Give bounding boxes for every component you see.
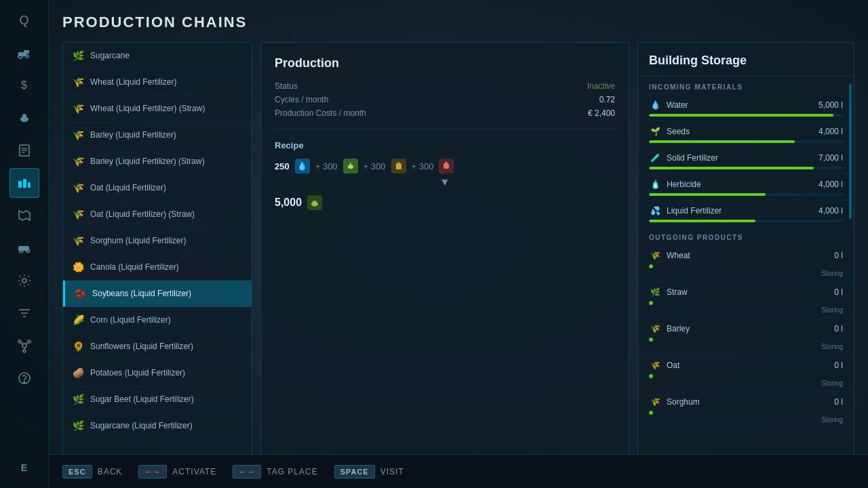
incoming-item-4: 💦 Liquid Fertilizer 4,000 l [638, 201, 854, 227]
storage-title: Building Storage [638, 43, 854, 77]
sidebar-icon-production[interactable] [9, 168, 39, 198]
status-label: Status [275, 81, 298, 91]
storage-panel[interactable]: Building Storage INCOMING MATERIALS 💧 Wa… [637, 42, 854, 474]
svg-point-30 [348, 165, 353, 169]
key-badge-0: ESC [62, 465, 92, 479]
svg-line-26 [26, 342, 28, 344]
input-amount-1: 250 [275, 161, 290, 171]
chain-item-1[interactable]: 🌿 Sugarcane [63, 43, 252, 69]
svg-rect-10 [18, 181, 22, 188]
network-icon [17, 338, 32, 353]
status-value: Inactive [587, 81, 615, 91]
incoming-item-name-3: 🧴 Herbicide [649, 178, 701, 190]
sidebar-icon-help[interactable] [9, 363, 39, 393]
key-button-3[interactable]: SPACE VISIT [334, 465, 404, 479]
chain-item-10[interactable]: 🫘 Soybeans (Liquid Fertilizer) [63, 281, 252, 307]
section-divider [275, 129, 615, 129]
plus-1: + 300 [315, 161, 338, 171]
chain-item-7[interactable]: 🌾 Oat (Liquid Fertilizer) (Straw) [63, 201, 252, 228]
main-content: PRODUCTION CHAINS 🌿 Sugarcane 🌾 Wheat (L… [49, 0, 868, 488]
svg-rect-12 [28, 182, 31, 188]
svg-rect-3 [24, 50, 29, 54]
incoming-bar-container-4 [649, 220, 843, 222]
sidebar-icon-settings[interactable] [9, 266, 39, 296]
outgoing-item-amount-1: 0 l [834, 287, 843, 297]
svg-point-24 [23, 350, 26, 352]
chain-name-4: Barley (Liquid Fertilizer) [90, 130, 176, 140]
incoming-bar-container-0 [649, 114, 843, 117]
chains-panel[interactable]: 🌿 Sugarcane 🌾 Wheat (Liquid Fertilizer) … [62, 42, 252, 474]
chain-name-1: Sugarcane [90, 51, 130, 60]
chain-item-9[interactable]: 🌼 Canola (Liquid Fertilizer) [63, 254, 252, 281]
chevron-down-icon: ▼ [275, 176, 615, 188]
animals-icon [17, 110, 32, 125]
outgoing-item-header-0: 🌾 Wheat 0 l [649, 249, 843, 262]
incoming-item-amount-1: 4,000 l [818, 127, 843, 136]
sidebar-icon-filters[interactable] [9, 298, 39, 328]
incoming-item-icon-2: 🧪 [649, 152, 661, 164]
incoming-bar-container-2 [649, 167, 843, 169]
key-button-0[interactable]: ESC BACK [62, 465, 122, 479]
chain-name-3: Wheat (Liquid Fertilizer) (Straw) [90, 104, 205, 113]
outgoing-item-header-2: 🌾 Barley 0 l [649, 323, 843, 335]
chain-name-11: Corn (Liquid Fertilizer) [90, 315, 171, 325]
recipe-section: Recipe 250 💧 + 300 + 300 + 300 [275, 140, 615, 210]
incoming-item-0: 💧 Water 5,000 l [638, 95, 854, 121]
fertilizer-icon [391, 159, 406, 174]
incoming-items-container: 💧 Water 5,000 l 🌱 Seeds 4,000 l 🧪 Solid … [638, 95, 854, 227]
sidebar-icon-network[interactable] [9, 331, 39, 361]
chain-icon-6: 🌾 [71, 181, 85, 195]
costs-value: € 2,400 [588, 108, 615, 118]
e-icon: E [21, 462, 27, 473]
chain-item-11[interactable]: 🌽 Corn (Liquid Fertilizer) [63, 307, 252, 333]
key-label-3: VISIT [380, 467, 404, 476]
chain-item-3[interactable]: 🌾 Wheat (Liquid Fertilizer) (Straw) [63, 96, 252, 122]
vehicle-icon [17, 241, 32, 256]
chain-item-13[interactable]: 🥔 Potatoes (Liquid Fertilizer) [63, 360, 252, 386]
output-amount: 5,000 [275, 197, 302, 209]
key-button-1[interactable]: ←→ ACTIVATE [138, 465, 216, 479]
outgoing-item-4: 🌾 Sorghum 0 l Storing [638, 392, 854, 428]
svg-point-5 [22, 114, 26, 118]
outgoing-item-name-4: 🌾 Sorghum [649, 396, 700, 408]
incoming-item-3: 🧴 Herbicide 4,000 l [638, 174, 854, 201]
key-badge-3: SPACE [334, 465, 375, 479]
chain-item-4[interactable]: 🌾 Barley (Liquid Fertilizer) [63, 122, 252, 148]
sidebar-icon-dollar[interactable]: $ [9, 70, 39, 100]
incoming-item-header-2: 🧪 Solid Fertilizer 7,000 l [649, 152, 843, 164]
outgoing-item-3: 🌾 Oat 0 l Storing [638, 355, 854, 392]
contracts-icon [17, 143, 32, 158]
sidebar-icon-tractor[interactable] [9, 38, 39, 68]
chain-item-6[interactable]: 🌾 Oat (Liquid Fertilizer) [63, 175, 252, 201]
chain-item-2[interactable]: 🌾 Wheat (Liquid Fertilizer) [63, 69, 252, 96]
storage-scrollbar[interactable] [849, 83, 852, 219]
key-button-2[interactable]: ←→ TAG PLACE [233, 465, 317, 479]
sidebar-icon-vehicle[interactable] [9, 233, 39, 263]
help-icon [17, 371, 32, 386]
outgoing-item-1: 🌿 Straw 0 l Storing [638, 282, 854, 319]
outgoing-title: OUTGOING PRODUCTS [638, 227, 854, 245]
chain-icon-12: 🌻 [71, 340, 85, 353]
sidebar-icon-animals[interactable] [9, 103, 39, 133]
chain-item-15[interactable]: 🌿 Sugarcane (Liquid Fertilizer) [63, 413, 252, 439]
sidebar-icon-map[interactable] [9, 201, 39, 230]
can-icon [439, 159, 454, 174]
sidebar-icon-e[interactable]: E [9, 453, 39, 483]
svg-rect-36 [445, 162, 448, 164]
chain-item-8[interactable]: 🌾 Sorghum (Liquid Fertilizer) [63, 228, 252, 254]
outgoing-sub-4: Storing [649, 416, 843, 424]
sidebar-icon-contracts[interactable] [9, 136, 39, 165]
chain-item-12[interactable]: 🌻 Sunflowers (Liquid Fertilizer) [63, 333, 252, 360]
outgoing-item-icon-3: 🌾 [649, 359, 661, 371]
chain-item-14[interactable]: 🌿 Sugar Beet (Liquid Fertilizer) [63, 386, 252, 413]
chain-item-5[interactable]: 🌾 Barley (Liquid Fertilizer) (Straw) [63, 148, 252, 175]
svg-point-17 [22, 279, 26, 283]
incoming-bar-container-3 [649, 193, 843, 196]
incoming-item-header-3: 🧴 Herbicide 4,000 l [649, 178, 843, 190]
recipe-output: 5,000 [275, 195, 615, 210]
water-icon: 💧 [295, 159, 310, 174]
plus-2: + 300 [363, 161, 386, 171]
key-label-0: BACK [98, 467, 123, 476]
outgoing-sub-0: Storing [649, 270, 843, 277]
sidebar-icon-q[interactable]: Q [9, 5, 39, 35]
